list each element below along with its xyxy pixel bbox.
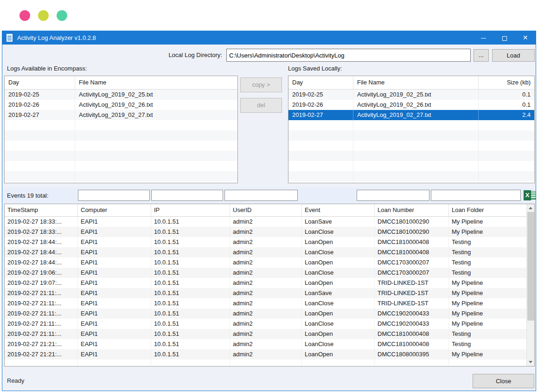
browse-button[interactable]: ...	[474, 49, 489, 62]
size-cell	[479, 130, 534, 141]
events-table-row[interactable]: 2019-02-27 21:11:...EAPI110.0.1.51admin2…	[5, 308, 526, 319]
userid-cell: admin2	[230, 247, 302, 257]
computer-cell: EAPI1	[78, 237, 151, 247]
load-button[interactable]: Load	[492, 49, 535, 62]
loan-number-cell: DMCC1801000290	[375, 217, 449, 227]
computer-cell: EAPI1	[78, 349, 151, 360]
events-table-row[interactable]: 2019-02-27 18:44:...EAPI110.0.1.51admin2…	[5, 257, 526, 268]
events-table-row[interactable]: 2019-02-27 21:11:...EAPI110.0.1.51admin2…	[5, 319, 526, 329]
event-cell: LoanClose	[302, 339, 375, 349]
day-cell	[288, 130, 353, 141]
events-table-row[interactable]: 2019-02-27 21:21:...EAPI110.0.1.51admin2…	[5, 339, 526, 349]
userid-cell: admin2	[230, 319, 302, 329]
vertical-scrollbar[interactable]	[526, 204, 534, 366]
column-header-timestamp[interactable]: TimeStamp	[5, 204, 78, 216]
encompass-list-row[interactable]: 2019-02-25ActivityLog_2019_02_25.txt	[5, 90, 237, 100]
computer-cell: EAPI1	[78, 308, 151, 319]
scroll-down-icon[interactable]	[527, 358, 535, 366]
size-cell: 0.1	[479, 90, 534, 100]
timestamp-cell: 2019-02-27 21:21:...	[5, 339, 78, 349]
events-table-row[interactable]: 2019-02-27 18:44:...EAPI110.0.1.51admin2…	[5, 237, 526, 247]
close-button[interactable]: Close	[473, 374, 534, 388]
events-table-row[interactable]: 2019-02-27 18:33:...EAPI110.0.1.51admin2…	[5, 217, 526, 227]
column-header-loan-folder[interactable]: Loan Folder	[449, 204, 526, 216]
size-cell	[479, 161, 534, 171]
events-table-row[interactable]: 2019-02-27 21:21:...EAPI110.0.1.51admin2…	[5, 349, 526, 360]
loan-number-cell: TRID-LINKED-1ST	[375, 288, 449, 298]
events-table-row[interactable]: 2019-02-27 18:44:...EAPI110.0.1.51admin2…	[5, 247, 526, 257]
column-header-file[interactable]: File Name	[353, 76, 479, 89]
column-header-event[interactable]: Event	[302, 204, 375, 216]
column-header-ip[interactable]: IP	[151, 204, 230, 216]
day-cell: 2019-02-27	[5, 110, 75, 120]
local-list-row	[288, 151, 534, 161]
excel-export-icon[interactable]: X	[524, 190, 536, 200]
events-table-row[interactable]: 2019-02-27 18:33:...EAPI110.0.1.51admin2…	[5, 227, 526, 237]
loan-number-cell: DMCC1902000433	[375, 319, 449, 329]
local-list-body: 2019-02-25ActivityLog_2019_02_25.txt0.12…	[288, 90, 534, 183]
loan-folder-cell: My Pipeline	[449, 227, 526, 237]
column-header-computer[interactable]: Computer	[78, 204, 151, 216]
filter-input-loan-folder[interactable]	[431, 190, 521, 201]
column-header-size[interactable]: Size (kb)	[479, 76, 534, 89]
scroll-up-icon[interactable]	[527, 204, 535, 212]
file-name-cell	[353, 151, 479, 161]
scrollbar-thumb[interactable]	[527, 212, 534, 321]
ip-cell: 10.0.1.51	[151, 339, 230, 349]
encompass-list: Day File Name 2019-02-25ActivityLog_2019…	[4, 76, 238, 183]
timestamp-cell: 2019-02-27 21:11:...	[5, 308, 78, 319]
loan-folder-cell: Testing	[449, 268, 526, 278]
close-window-button[interactable]: ✕	[515, 31, 536, 45]
events-table-row[interactable]: 2019-02-27 19:07:...EAPI110.0.1.51admin2…	[5, 278, 526, 288]
encompass-list-row[interactable]: 2019-02-27ActivityLog_2019_02_27.txt	[5, 110, 237, 120]
column-header-day[interactable]: Day	[288, 76, 353, 89]
local-list-row[interactable]: 2019-02-27ActivityLog_2019_02_27.txt2.4	[288, 110, 534, 120]
userid-cell: admin2	[230, 298, 302, 308]
events-table-row[interactable]: 2019-02-27 19:06:...EAPI110.0.1.51admin2…	[5, 268, 526, 278]
filter-input-computer[interactable]	[78, 190, 150, 201]
file-name-cell: ActivityLog_2019_02_27.txt	[75, 110, 237, 120]
computer-cell: EAPI1	[78, 247, 151, 257]
directory-input[interactable]	[226, 49, 471, 62]
title-bar: Activity Log Analyzer v1.0.2.8 ✕	[2, 31, 536, 45]
loan-folder-cell: My Pipeline	[449, 278, 526, 288]
filter-input-loan-number[interactable]	[357, 190, 429, 201]
minimize-button[interactable]	[473, 31, 494, 45]
column-header-day[interactable]: Day	[5, 76, 75, 89]
filter-input-userid[interactable]	[224, 190, 298, 201]
column-header-loan-number[interactable]: Loan Number	[375, 204, 449, 216]
column-header-userid[interactable]: UserID	[230, 204, 302, 216]
local-list: Day File Name Size (kb) 2019-02-25Activi…	[288, 76, 535, 183]
filter-input-ip[interactable]	[151, 190, 223, 201]
ip-cell	[151, 360, 230, 366]
column-header-file[interactable]: File Name	[75, 76, 237, 89]
loan-number-cell: DMCC1703000207	[375, 257, 449, 268]
computer-cell: EAPI1	[78, 257, 151, 268]
events-table-row[interactable]: 2019-02-27 21:11:...EAPI110.0.1.51admin2…	[5, 288, 526, 298]
events-table-row	[5, 360, 526, 366]
events-table-row[interactable]: 2019-02-27 21:11:...EAPI110.0.1.51admin2…	[5, 298, 526, 308]
events-table-row[interactable]: 2019-02-27 21:11:...EAPI110.0.1.51admin2…	[5, 329, 526, 339]
local-list-row[interactable]: 2019-02-25ActivityLog_2019_02_25.txt0.1	[288, 90, 534, 100]
maximize-button[interactable]	[494, 31, 515, 45]
encompass-panel-title: Logs Available in Encompass:	[7, 65, 87, 72]
ip-cell: 10.0.1.51	[151, 288, 230, 298]
userid-cell: admin2	[230, 237, 302, 247]
loan-number-cell: DMCC1810000408	[375, 237, 449, 247]
app-document-icon	[6, 34, 13, 42]
encompass-list-row[interactable]: 2019-02-26ActivityLog_2019_02_26.txt	[5, 100, 237, 110]
loan-folder-cell: Testing	[449, 329, 526, 339]
file-name-cell: ActivityLog_2019_02_25.txt	[353, 90, 479, 100]
local-list-row[interactable]: 2019-02-26ActivityLog_2019_02_26.txt0.1	[288, 100, 534, 110]
loan-folder-cell: Testing	[449, 339, 526, 349]
file-name-cell	[353, 130, 479, 141]
day-cell: 2019-02-26	[5, 100, 75, 110]
timestamp-cell: 2019-02-27 18:33:...	[5, 217, 78, 227]
del-button[interactable]: del	[240, 98, 282, 113]
event-cell	[302, 360, 375, 366]
size-cell	[479, 151, 534, 161]
ip-cell: 10.0.1.51	[151, 329, 230, 339]
copy-button[interactable]: copy >	[240, 77, 282, 92]
local-list-row	[288, 141, 534, 151]
local-list-header: Day File Name Size (kb)	[288, 76, 534, 90]
